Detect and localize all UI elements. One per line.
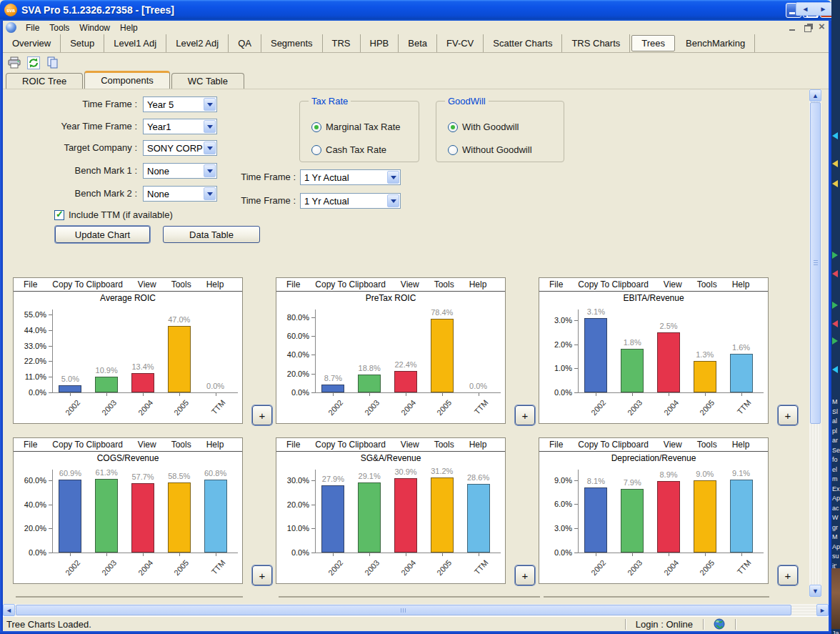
combo-dropdown-icon[interactable] bbox=[387, 171, 399, 184]
radio-without-goodwill[interactable]: Without Goodwill bbox=[448, 144, 532, 155]
chart-menu-tools[interactable]: Tools bbox=[171, 279, 191, 289]
tab-level2-adj[interactable]: Level2 Adj bbox=[166, 34, 229, 52]
chart-menu-tools[interactable]: Tools bbox=[434, 440, 454, 450]
tab-scroll-left-icon[interactable]: ◄ bbox=[802, 5, 809, 13]
data-table-button[interactable]: Data Table bbox=[163, 226, 260, 243]
combo-dropdown-icon[interactable] bbox=[204, 187, 216, 200]
chart-menu-view[interactable]: View bbox=[138, 279, 156, 289]
chart-menu-view[interactable]: View bbox=[664, 279, 682, 289]
chart-expand-button[interactable]: + bbox=[778, 565, 798, 585]
mdi-minimize-icon[interactable] bbox=[788, 22, 799, 32]
tab-segments[interactable]: Segments bbox=[261, 34, 323, 52]
chart-expand-button[interactable]: + bbox=[252, 565, 272, 585]
menu-window[interactable]: Window bbox=[74, 21, 115, 34]
app-menu-sphere-icon[interactable] bbox=[6, 22, 16, 33]
chart-menu-copy-to-clipboard[interactable]: Copy To Clipboard bbox=[578, 279, 649, 289]
radio-with-goodwill[interactable]: With Goodwill bbox=[448, 122, 519, 132]
chart-menu-tools[interactable]: Tools bbox=[697, 440, 717, 450]
chart-menu-copy-to-clipboard[interactable]: Copy To Clipboard bbox=[52, 279, 123, 289]
subtab-wc-table[interactable]: WC Table bbox=[171, 73, 244, 89]
tab-level1-adj[interactable]: Level1 Adj bbox=[104, 34, 166, 52]
combo-time-frame-1[interactable]: 1 Yr Actual bbox=[300, 169, 401, 185]
chart-menu-view[interactable]: View bbox=[401, 279, 419, 289]
update-chart-button[interactable]: Update Chart bbox=[55, 226, 150, 243]
chart-menu-help[interactable]: Help bbox=[469, 440, 487, 450]
chart-menu-help[interactable]: Help bbox=[469, 279, 487, 289]
radio-marginal-tax-rate[interactable]: Marginal Tax Rate bbox=[311, 122, 401, 132]
menu-file[interactable]: File bbox=[21, 21, 44, 34]
print-icon[interactable] bbox=[7, 56, 21, 69]
mdi-close-icon[interactable] bbox=[818, 22, 829, 32]
chart-expand-button[interactable]: + bbox=[252, 405, 272, 425]
menu-tools[interactable]: Tools bbox=[44, 21, 74, 34]
tab-trs[interactable]: TRS bbox=[323, 34, 361, 52]
chart-menu-help[interactable]: Help bbox=[206, 279, 224, 289]
combo-year-time-frame[interactable]: Year1 bbox=[143, 119, 217, 134]
chart-menu-file[interactable]: File bbox=[549, 279, 563, 289]
subtab-roic-tree[interactable]: ROIC Tree bbox=[6, 73, 83, 89]
chart-menu-view[interactable]: View bbox=[138, 440, 156, 450]
combo-bench-mark-2[interactable]: None bbox=[143, 186, 217, 202]
copy-icon[interactable] bbox=[46, 56, 60, 69]
chart-menu-copy-to-clipboard[interactable]: Copy To Clipboard bbox=[315, 279, 386, 289]
scroll-left-icon[interactable]: ◄ bbox=[3, 604, 15, 616]
chart-menu-file[interactable]: File bbox=[286, 279, 300, 289]
chart-menu-tools[interactable]: Tools bbox=[171, 440, 191, 450]
chart-menu-help[interactable]: Help bbox=[732, 440, 750, 450]
scroll-up-icon[interactable]: ▲ bbox=[809, 89, 821, 101]
vertical-scroll-thumb[interactable] bbox=[810, 102, 821, 424]
chart-menu-view[interactable]: View bbox=[664, 440, 682, 450]
chart-expand-button[interactable]: + bbox=[778, 405, 798, 425]
radio-cash-tax-rate[interactable]: Cash Tax Rate bbox=[311, 144, 386, 155]
tab-scroll-right-icon[interactable]: ► bbox=[820, 5, 827, 13]
chart-menu-file[interactable]: File bbox=[549, 440, 563, 450]
chart-menu-view[interactable]: View bbox=[401, 440, 419, 450]
combo-time-frame[interactable]: Year 5 bbox=[143, 96, 217, 112]
combo-dropdown-icon[interactable] bbox=[204, 164, 216, 177]
tab-trs-charts[interactable]: TRS Charts bbox=[562, 34, 630, 52]
radio-cash-tax-rate-icon[interactable] bbox=[311, 145, 321, 155]
chart-menu-file[interactable]: File bbox=[286, 440, 300, 450]
horizontal-scroll-thumb[interactable] bbox=[16, 605, 791, 615]
chart-menu-help[interactable]: Help bbox=[206, 440, 224, 450]
tab-trees[interactable]: Trees bbox=[631, 35, 675, 51]
chart-menu-tools[interactable]: Tools bbox=[697, 279, 717, 289]
mdi-restore-icon[interactable] bbox=[803, 22, 814, 32]
include-ttm-checkbox-icon[interactable] bbox=[54, 210, 64, 220]
radio-without-goodwill-icon[interactable] bbox=[448, 145, 458, 155]
tab-scatter-charts[interactable]: Scatter Charts bbox=[484, 34, 562, 52]
chart-menu-copy-to-clipboard[interactable]: Copy To Clipboard bbox=[52, 440, 123, 450]
combo-time-frame-2[interactable]: 1 Yr Actual bbox=[300, 193, 401, 209]
chart-menu-copy-to-clipboard[interactable]: Copy To Clipboard bbox=[578, 440, 649, 450]
menu-help[interactable]: Help bbox=[115, 21, 143, 34]
tab-fv-cv[interactable]: FV-CV bbox=[437, 34, 484, 52]
tab-overview[interactable]: Overview bbox=[3, 34, 61, 52]
subtab-components[interactable]: Components bbox=[84, 71, 170, 89]
radio-marginal-tax-rate-icon[interactable] bbox=[311, 122, 321, 132]
chart-expand-button[interactable]: + bbox=[515, 405, 535, 425]
tab-hpb[interactable]: HPB bbox=[361, 34, 399, 52]
vertical-scrollbar[interactable]: ▲ ▼ bbox=[809, 89, 821, 597]
chart-menu-file[interactable]: File bbox=[24, 440, 37, 450]
chart-menu-tools[interactable]: Tools bbox=[434, 279, 454, 289]
chart-menu-file[interactable]: File bbox=[24, 279, 37, 289]
tab-beta[interactable]: Beta bbox=[399, 34, 437, 52]
combo-dropdown-icon[interactable] bbox=[204, 98, 216, 111]
combo-dropdown-icon[interactable] bbox=[204, 142, 216, 154]
chart-menu-help[interactable]: Help bbox=[732, 279, 750, 289]
scroll-right-icon[interactable]: ► bbox=[816, 604, 829, 616]
tab-benchmarking[interactable]: BenchMarking bbox=[676, 34, 755, 52]
horizontal-scrollbar[interactable]: ◄ ► bbox=[3, 604, 829, 616]
refresh-icon[interactable] bbox=[26, 56, 41, 69]
radio-with-goodwill-icon[interactable] bbox=[448, 122, 458, 132]
combo-bench-mark-1[interactable]: None bbox=[143, 163, 217, 179]
chart-expand-button[interactable]: + bbox=[515, 565, 535, 585]
combo-dropdown-icon[interactable] bbox=[204, 120, 216, 133]
tab-scroll-arrows[interactable]: ◄► bbox=[796, 2, 831, 16]
tab-setup[interactable]: Setup bbox=[61, 34, 104, 52]
chart-menu-copy-to-clipboard[interactable]: Copy To Clipboard bbox=[315, 440, 386, 450]
tab-qa[interactable]: QA bbox=[229, 34, 261, 52]
scroll-down-icon[interactable]: ▼ bbox=[809, 585, 821, 597]
combo-dropdown-icon[interactable] bbox=[387, 194, 399, 207]
combo-target-company[interactable]: SONY CORP bbox=[143, 140, 217, 156]
